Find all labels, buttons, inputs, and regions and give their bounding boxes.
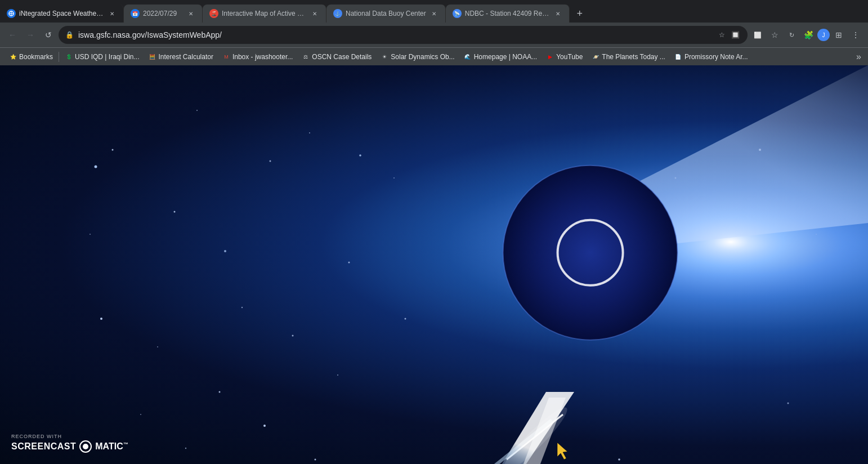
svg-line-31 xyxy=(507,414,563,459)
tab-station[interactable]: 📡 NDBC - Station 42409 Recent Da... ✕ xyxy=(446,5,570,23)
interest-calc-icon: 🧮 xyxy=(149,53,156,61)
tab-close-iswa[interactable]: ✕ xyxy=(108,9,117,18)
bookmarks-folder-icon: ⭐ xyxy=(9,53,17,61)
svg-point-7 xyxy=(174,211,176,213)
watermark-recorded-text: RECORDED WITH xyxy=(11,434,128,439)
interest-calc-label: Interest Calculator xyxy=(159,53,213,61)
svg-point-19 xyxy=(393,177,395,179)
svg-point-17 xyxy=(263,425,266,427)
tab-volcano[interactable]: 🌋 Interactive Map of Active Volcan... ✕ xyxy=(203,5,326,23)
svg-point-10 xyxy=(241,307,243,308)
solar-dynamics-label: Solar Dynamics Ob... xyxy=(391,53,454,61)
tab-title-ndbc: National Data Buoy Center xyxy=(346,10,426,17)
svg-point-25 xyxy=(359,154,361,157)
svg-point-6 xyxy=(90,234,91,235)
tab-close-volcano[interactable]: ✕ xyxy=(310,9,319,18)
bookmark-star-icon[interactable]: ☆ xyxy=(767,27,782,43)
watermark-screencast-text: SCREENCAST xyxy=(11,441,76,452)
forward-button[interactable]: → xyxy=(23,27,38,43)
svg-line-32 xyxy=(495,420,552,464)
profile-icon[interactable]: J xyxy=(817,29,830,41)
promissory-note-icon: 📄 xyxy=(674,53,682,61)
tab-bar: iNtegrated Space Weather Anal... ✕ 📅 202… xyxy=(0,0,868,23)
solar-background xyxy=(0,65,868,464)
star-icon[interactable]: ☆ xyxy=(716,29,727,41)
bookmark-inbox[interactable]: M Inbox - jwashooter... xyxy=(218,51,297,63)
watermark-record-inner xyxy=(83,444,88,449)
tab-title-volcano: Interactive Map of Active Volcan... xyxy=(222,10,307,17)
bookmark-noaa[interactable]: 🌊 Homepage | NOAA... xyxy=(459,51,542,63)
extension-icon[interactable]: 🔲 xyxy=(730,29,741,41)
svg-point-20 xyxy=(405,318,406,320)
svg-point-9 xyxy=(348,262,350,264)
oscn-icon: ⚖ xyxy=(302,53,310,61)
noaa-icon: 🌊 xyxy=(464,53,472,61)
svg-point-34 xyxy=(200,73,868,432)
planets-today-icon: 🪐 xyxy=(592,53,599,61)
tab-close-ndbc[interactable]: ✕ xyxy=(429,9,439,18)
tab-date[interactable]: 📅 2022/07/29 ✕ xyxy=(124,5,203,23)
menu-icon[interactable]: ⋮ xyxy=(848,27,863,43)
bookmarks-label: Bookmarks xyxy=(19,53,53,61)
bookmark-bookmarks[interactable]: ⭐ Bookmarks xyxy=(5,51,57,63)
bookmark-youtube[interactable]: ▶ YouTube xyxy=(542,51,587,63)
address-bar-row: ← → ↺ 🔒 iswa.gsfc.nasa.gov/IswaSystemWeb… xyxy=(0,23,868,47)
svg-point-18 xyxy=(185,448,186,449)
tab-close-date[interactable]: ✕ xyxy=(186,9,195,18)
bookmarks-more-button[interactable]: » xyxy=(854,52,863,62)
svg-point-30 xyxy=(618,458,620,461)
svg-point-4 xyxy=(196,110,198,111)
bookmark-solar-dynamics[interactable]: ☀ Solar Dynamics Ob... xyxy=(376,51,459,63)
svg-marker-35 xyxy=(535,65,868,257)
svg-marker-40 xyxy=(557,443,567,459)
bookmark-promissory-note[interactable]: 📄 Promissory Note Ar... xyxy=(670,51,753,63)
extensions-icon[interactable]: 🧩 xyxy=(800,27,816,43)
history-icon[interactable]: ↻ xyxy=(784,27,799,43)
svg-point-23 xyxy=(95,166,97,168)
svg-point-33 xyxy=(497,402,572,464)
promissory-note-label: Promissory Note Ar... xyxy=(684,53,748,61)
watermark-brand: SCREENCAST MATIC™ xyxy=(11,440,128,453)
bookmark-interest-calc[interactable]: 🧮 Interest Calculator xyxy=(144,51,218,63)
tab-close-station[interactable]: ✕ xyxy=(553,9,562,18)
svg-point-13 xyxy=(292,335,294,337)
svg-point-14 xyxy=(337,374,338,376)
address-bar[interactable]: 🔒 iswa.gsfc.nasa.gov/IswaSystemWebApp/ ☆… xyxy=(59,26,748,44)
youtube-label: YouTube xyxy=(556,53,583,61)
bookmark-divider-1 xyxy=(59,52,59,62)
svg-point-8 xyxy=(309,132,310,133)
bookmark-oscn[interactable]: ⚖ OSCN Case Details xyxy=(297,51,376,63)
svg-point-27 xyxy=(759,149,761,151)
watermark-record-button xyxy=(79,440,92,453)
bookmarks-bar: ⭐ Bookmarks 💲 USD IQD | Iraqi Din... 🧮 I… xyxy=(0,47,868,65)
tab-ndbc[interactable]: ⚓ National Data Buoy Center ✕ xyxy=(326,5,446,23)
tab-title-date: 2022/07/29 xyxy=(143,10,183,17)
corona-glow xyxy=(0,65,868,464)
tab-favicon-ndbc: ⚓ xyxy=(333,9,342,18)
svg-marker-39 xyxy=(512,398,566,464)
svg-marker-38 xyxy=(484,392,574,464)
svg-point-16 xyxy=(140,414,141,415)
window-split-icon[interactable]: ⊞ xyxy=(831,27,847,43)
stars-layer xyxy=(0,65,868,464)
oscn-label: OSCN Case Details xyxy=(312,53,372,61)
youtube-icon: ▶ xyxy=(546,53,554,61)
page-content: RECORDED WITH SCREENCAST MATIC™ xyxy=(0,65,868,464)
browser-window: iNtegrated Space Weather Anal... ✕ 📅 202… xyxy=(0,0,868,464)
svg-point-5 xyxy=(270,160,271,162)
tab-active-iswa[interactable]: iNtegrated Space Weather Anal... ✕ xyxy=(0,5,124,23)
cast-icon[interactable]: ⬜ xyxy=(750,27,766,43)
planets-today-label: The Planets Today ... xyxy=(602,53,665,61)
watermark: RECORDED WITH SCREENCAST MATIC™ xyxy=(11,434,128,453)
bookmark-planets-today[interactable]: 🪐 The Planets Today ... xyxy=(587,51,670,63)
tab-title-station: NDBC - Station 42409 Recent Da... xyxy=(465,10,550,17)
tab-favicon-iswa xyxy=(7,9,16,18)
inbox-label: Inbox - jwashooter... xyxy=(232,53,293,61)
back-button[interactable]: ← xyxy=(5,27,20,43)
reload-button[interactable]: ↺ xyxy=(41,27,56,43)
svg-point-24 xyxy=(224,250,226,252)
usd-iqd-label: USD IQD | Iraqi Din... xyxy=(75,53,139,61)
new-tab-button[interactable]: + xyxy=(572,6,588,21)
bookmark-usd-iqd[interactable]: 💲 USD IQD | Iraqi Din... xyxy=(60,51,144,63)
svg-point-29 xyxy=(816,234,817,235)
